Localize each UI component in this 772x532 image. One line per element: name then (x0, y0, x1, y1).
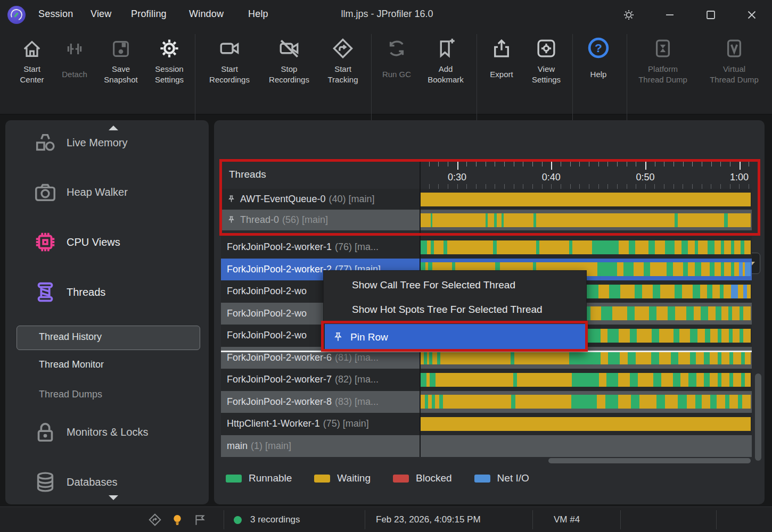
state-segment (688, 240, 694, 254)
thread-timeline-track[interactable] (420, 210, 752, 230)
thread-row-label[interactable]: main(1) [main] (221, 435, 420, 458)
state-segment (655, 240, 665, 254)
flag-icon[interactable] (193, 513, 207, 527)
state-segment (636, 351, 651, 364)
ruler-tick (466, 161, 467, 167)
sidebar-item-thread-history[interactable]: Thread History (5, 326, 209, 350)
platform-thread-dump-button[interactable]: PlatformThread Dump (631, 35, 695, 87)
close-button[interactable] (744, 7, 759, 22)
sidebar-item-thread-monitor[interactable]: Thread Monitor (5, 356, 209, 375)
state-segment (700, 285, 708, 298)
state-segment (619, 329, 630, 343)
thread-row[interactable]: HttpClient-1-Worker-1(75) [main] (221, 413, 752, 435)
sidebar-item-live-memory[interactable]: Live Memory (5, 128, 209, 157)
thread-timeline-track[interactable] (420, 391, 752, 413)
state-segment (696, 373, 704, 387)
state-segment (678, 395, 686, 409)
thread-timeline-track[interactable] (420, 413, 752, 435)
menu-window[interactable]: Window (189, 9, 224, 20)
start-recordings-button[interactable]: StartRecordings (198, 35, 261, 87)
state-segment (432, 351, 437, 364)
sidebar-item-heap-walker[interactable]: Heap Walker (5, 177, 209, 207)
state-segment (698, 240, 708, 254)
thread-row-label[interactable]: ForkJoinPool-2-worker-1(76) [ma... (221, 236, 420, 259)
state-segment (681, 240, 688, 254)
threads-column-header: Threads (229, 169, 266, 180)
add-bookmark-button[interactable]: AddBookmark (414, 35, 478, 87)
thread-name: ForkJoinPool-2-worker-2 (227, 264, 332, 275)
thread-id-group: (75) [main] (323, 418, 369, 429)
state-segment (714, 240, 721, 254)
thread-row[interactable]: ForkJoinPool-2-worker-8(83) [ma... (221, 391, 752, 413)
state-segment (710, 329, 718, 343)
ruler-tick (702, 161, 702, 167)
ruler-tick (570, 161, 571, 167)
thread-timeline-track[interactable] (420, 369, 752, 391)
menu-profiling[interactable]: Profiling (131, 9, 167, 20)
state-segment (497, 240, 536, 254)
database-icon (33, 470, 58, 494)
thread-timeline-track[interactable] (420, 189, 752, 210)
vm-selector[interactable]: VM #4 (554, 514, 580, 525)
horizontal-scrollbar[interactable] (548, 458, 751, 463)
ruler-tick (711, 161, 712, 167)
thread-row-label[interactable]: ForkJoinPool-2-worker-7(82) [ma... (221, 369, 420, 391)
state-segment (718, 351, 721, 364)
thread-row-label[interactable]: HttpClient-1-Worker-1(75) [main] (221, 413, 420, 435)
state-segment (642, 285, 653, 298)
heap-walker-label: Heap Walker (67, 186, 128, 198)
state-segment (708, 240, 714, 254)
sidebar-item-databases[interactable]: Databases (5, 467, 209, 497)
thread-row[interactable]: ForkJoinPool-2-worker-1(76) [ma... (221, 236, 752, 259)
state-segment (665, 395, 678, 409)
lightbulb-icon[interactable] (170, 513, 184, 527)
thread-row[interactable]: Thread-0(56) [main] (221, 210, 752, 230)
menu-view[interactable]: View (91, 9, 112, 20)
ruler-tick (617, 161, 618, 167)
thread-id-group: (56) [main] (282, 214, 328, 226)
virtual-thread-dump-button[interactable]: VirtualThread Dump (702, 35, 766, 87)
menu-help[interactable]: Help (248, 9, 268, 20)
thread-row[interactable]: AWT-EventQueue-0(40) [main] (221, 189, 752, 210)
statusbar: 3 recordings Feb 23, 2026, 4:09:15 PM VM… (0, 506, 772, 532)
help-button[interactable]: ? Help (566, 35, 630, 87)
recordings-count[interactable]: 3 recordings (250, 514, 300, 525)
thread-row[interactable]: ForkJoinPool-2-worker-7(82) [ma... (221, 369, 752, 391)
statusbar-separator (532, 510, 533, 529)
live-memory-icon (33, 130, 58, 155)
sidebar-item-thread-dumps[interactable]: Thread Dumps (5, 386, 209, 405)
state-segment (649, 306, 656, 320)
thread-timeline-track[interactable] (420, 236, 752, 259)
menu-session[interactable]: Session (38, 9, 73, 20)
thread-id-group: (40) [main] (328, 194, 374, 205)
menu-item-pin-row[interactable]: Pin Row (325, 324, 586, 351)
thread-row-label[interactable]: ForkJoinPool-2-worker-8(83) [ma... (221, 391, 420, 413)
thread-name: ForkJoinPool-2-worker-1 (227, 242, 332, 253)
blocked-swatch (393, 475, 409, 483)
theme-toggle-icon[interactable] (621, 7, 636, 22)
thread-row-label[interactable]: Thread-0(56) [main] (221, 210, 420, 230)
menu-item-show-hot-spots[interactable]: Show Hot Spots Tree For Selected Thread (324, 297, 587, 322)
video-camera-icon (198, 35, 261, 60)
state-segment (697, 329, 705, 343)
thread-row-label[interactable]: AWT-EventQueue-0(40) [main] (221, 189, 420, 210)
ruler-tick (579, 161, 580, 167)
minimize-button[interactable] (662, 7, 677, 22)
thread-timeline-track[interactable] (420, 435, 752, 458)
state-segment (724, 262, 730, 276)
vertical-scrollbar[interactable] (755, 373, 761, 461)
scroll-down-icon[interactable] (109, 495, 118, 500)
state-segment (620, 285, 635, 298)
statusbar-separator (224, 510, 224, 529)
sidebar-item-monitors-locks[interactable]: Monitors & Locks (5, 417, 209, 447)
state-segment (634, 262, 644, 276)
menu-item-show-call-tree[interactable]: Show Call Tree For Selected Thread (324, 273, 587, 297)
maximize-button[interactable] (703, 7, 718, 22)
session-settings-button[interactable]: SessionSettings (137, 35, 201, 87)
tracking-status-icon[interactable] (148, 513, 162, 527)
sidebar-item-threads[interactable]: Threads (5, 277, 209, 307)
sidebar-item-cpu-views[interactable]: CPU Views (5, 227, 209, 257)
thread-row[interactable]: main(1) [main] (221, 435, 752, 458)
state-segment (725, 395, 729, 409)
thread-name: main (227, 440, 248, 452)
